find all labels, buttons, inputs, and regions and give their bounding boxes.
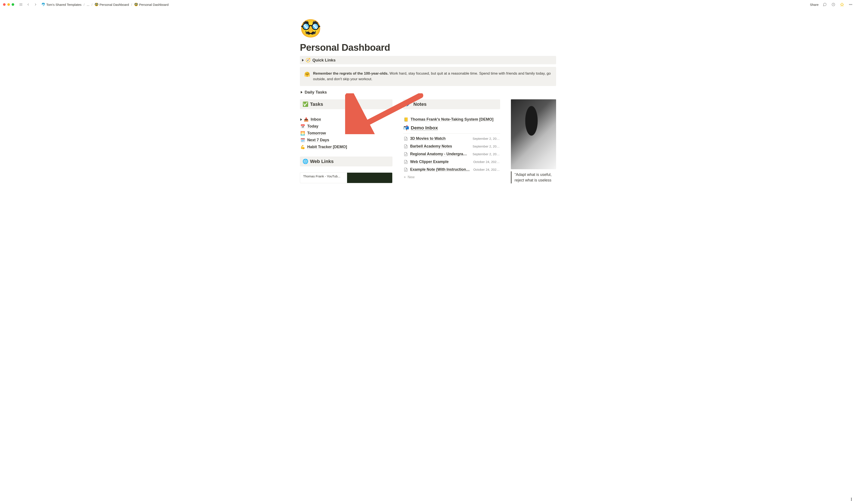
tasks-inbox-link[interactable]: 📥 Inbox: [300, 116, 393, 123]
notes-system-link[interactable]: 📒 Thomas Frank's Note-Taking System [DEM…: [403, 116, 500, 123]
breadcrumb-current-label: Personal Dashboard: [139, 3, 169, 6]
svg-marker-4: [840, 3, 844, 6]
callout-icon: 🤗: [304, 71, 310, 82]
quote-column: “Adapt what is useful, reject what is us…: [511, 99, 556, 183]
notes-item[interactable]: Barbell Academy NotesSeptember 2, 20…: [403, 143, 500, 150]
tasks-tomorrow-icon: 🌅: [300, 131, 305, 136]
weblink-title: Thomas Frank - YouTub...: [300, 173, 347, 183]
tasks-next7-link[interactable]: 🗓️ Next 7 Days: [300, 137, 393, 144]
updates-icon[interactable]: [831, 2, 836, 7]
notes-item-title: 3D Movies to Watch: [410, 136, 469, 141]
minimize-window-button[interactable]: [7, 3, 10, 6]
svg-point-7: [852, 4, 852, 5]
tasks-today-link[interactable]: 📅 Today: [300, 123, 393, 130]
weblinks-header[interactable]: 🌐 Web Links: [300, 157, 393, 166]
notes-item[interactable]: Web Clipper ExampleOctober 24, 202…: [403, 158, 500, 166]
notes-list: 3D Movies to WatchSeptember 2, 20…Barbel…: [403, 135, 500, 174]
breadcrumb-mid[interactable]: 🥸 Personal Dashboard: [93, 2, 130, 7]
share-button[interactable]: Share: [810, 3, 819, 6]
notes-item-date: October 24, 202…: [473, 160, 500, 164]
notes-item[interactable]: Regional Anatomy - Undergrad…September 2…: [403, 150, 500, 158]
notes-header-icon: 🖊️: [406, 102, 412, 107]
tasks-header-icon: ✅: [303, 102, 308, 107]
notes-item-date: October 24, 202…: [473, 168, 500, 172]
tasks-habit-icon: 💪: [300, 145, 305, 149]
tasks-tomorrow-label: Tomorrow: [307, 131, 326, 136]
tasks-header[interactable]: ✅ Tasks: [300, 99, 393, 109]
notes-header-label: Notes: [413, 102, 427, 107]
tasks-inbox-label: Inbox: [311, 117, 321, 122]
notes-item-date: September 2, 20…: [473, 137, 500, 140]
tasks-header-label: Tasks: [310, 102, 323, 107]
svg-point-6: [851, 4, 851, 5]
callout-text: Remember the regrets of the 100-year-old…: [313, 71, 552, 82]
sidebar-toggle-icon[interactable]: [18, 2, 23, 7]
quick-links-toggle[interactable]: 🧭 Quick Links: [300, 56, 556, 64]
columns: ✅ Tasks 📥 Inbox 📅 Today 🌅 Tomorrow 🗓️ Ne…: [300, 99, 556, 183]
notes-item[interactable]: Example Note (With Instruction…October 2…: [403, 166, 500, 174]
daily-tasks-toggle[interactable]: Daily Tasks: [300, 89, 556, 96]
weblink-card[interactable]: Thomas Frank - YouTub...: [300, 173, 393, 183]
weblinks-header-icon: 🌐: [303, 159, 308, 164]
svg-point-5: [849, 4, 850, 5]
topbar-actions: Share: [810, 2, 853, 7]
page-title[interactable]: Personal Dashboard: [300, 42, 556, 53]
page-icon: [404, 144, 408, 149]
demo-inbox-header[interactable]: 📬 Demo Inbox: [403, 123, 500, 132]
chevron-right-icon: [301, 91, 303, 93]
breadcrumb-current[interactable]: 🥸 Personal Dashboard: [133, 2, 169, 7]
breadcrumb-sep: /: [84, 3, 85, 6]
breadcrumb-ellipsis[interactable]: ...: [86, 2, 90, 7]
tasks-next7-icon: 🗓️: [300, 138, 305, 143]
page-content: 🥸 Personal Dashboard 🧭 Quick Links 🤗 Rem…: [296, 9, 560, 183]
nav-back-icon[interactable]: [26, 2, 31, 7]
tasks-inbox-icon: 📥: [304, 117, 309, 122]
notes-item-date: September 2, 20…: [473, 152, 500, 156]
maximize-window-button[interactable]: [12, 3, 14, 6]
tasks-tomorrow-link[interactable]: 🌅 Tomorrow: [300, 130, 393, 137]
notes-item-date: September 2, 20…: [473, 144, 500, 148]
breadcrumb-sep: /: [131, 3, 132, 6]
breadcrumb-root-icon: 🐬: [41, 3, 46, 6]
tasks-habit-label: Habit Tracker [DEMO]: [307, 145, 347, 149]
page-icon: [404, 160, 408, 164]
more-icon[interactable]: [848, 2, 853, 7]
notes-item-title: Example Note (With Instruction…: [410, 167, 470, 172]
close-window-button[interactable]: [3, 3, 5, 6]
nav-forward-icon[interactable]: [33, 2, 38, 7]
page-icon: [404, 152, 408, 157]
weblinks-header-label: Web Links: [310, 159, 334, 164]
notes-system-icon: 📒: [404, 117, 408, 122]
notes-item[interactable]: 3D Movies to WatchSeptember 2, 20…: [403, 135, 500, 143]
breadcrumb-mid-label: Personal Dashboard: [100, 3, 129, 6]
notes-column: 🖊️ Notes 📒 Thomas Frank's Note-Taking Sy…: [403, 99, 500, 181]
image-block[interactable]: [511, 99, 556, 169]
tasks-habit-link[interactable]: 💪 Habit Tracker [DEMO]: [300, 144, 393, 150]
page-icon: [404, 136, 408, 141]
chevron-right-icon: [300, 118, 302, 121]
new-note-label: New: [408, 175, 415, 179]
breadcrumb-root[interactable]: 🐬 Tom's Shared Templates: [40, 2, 83, 7]
callout-block[interactable]: 🤗 Remember the regrets of the 100-year-o…: [300, 67, 556, 86]
notes-header[interactable]: 🖊️ Notes: [403, 99, 500, 109]
tasks-next7-label: Next 7 Days: [307, 138, 329, 142]
comments-icon[interactable]: [822, 2, 827, 7]
quick-links-icon: 🧭: [306, 58, 311, 62]
page-icon: [404, 167, 408, 172]
breadcrumb-current-icon: 🥸: [134, 3, 138, 6]
breadcrumb-mid-icon: 🥸: [95, 3, 99, 6]
daily-tasks-label: Daily Tasks: [305, 90, 327, 95]
tasks-column: ✅ Tasks 📥 Inbox 📅 Today 🌅 Tomorrow 🗓️ Ne…: [300, 99, 393, 183]
demo-inbox-icon: 📬: [403, 125, 409, 131]
chevron-right-icon: [302, 59, 304, 61]
page-icon[interactable]: 🥸: [300, 20, 556, 37]
notes-item-title: Web Clipper Example: [410, 160, 470, 164]
quick-links-label: Quick Links: [312, 58, 336, 62]
tasks-today-label: Today: [307, 124, 319, 129]
breadcrumb-root-label: Tom's Shared Templates: [46, 3, 82, 6]
breadcrumb: 🐬 Tom's Shared Templates / ... / 🥸 Perso…: [40, 2, 169, 7]
favorite-icon[interactable]: [840, 2, 844, 7]
callout-bold: Remember the regrets of the 100-year-old…: [313, 71, 389, 75]
new-note-button[interactable]: + New: [403, 174, 500, 181]
quote-block[interactable]: “Adapt what is useful, reject what is us…: [511, 172, 556, 183]
